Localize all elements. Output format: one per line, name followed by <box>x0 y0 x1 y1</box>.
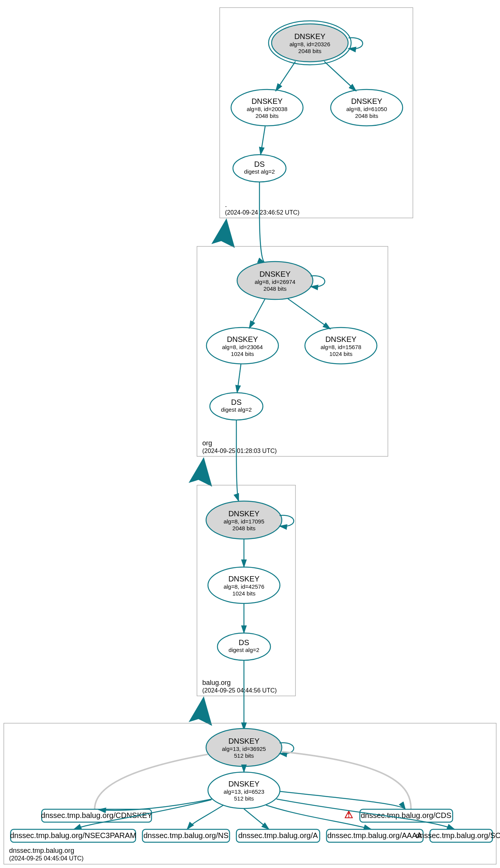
zone-arrow-root-org <box>211 218 235 248</box>
svg-text:DNSKEY: DNSKEY <box>228 780 259 788</box>
svg-text:dnssec.tmp.balug.org/NS: dnssec.tmp.balug.org/NS <box>144 831 229 840</box>
svg-text:DNSKEY: DNSKEY <box>259 270 291 278</box>
svg-text:512 bits: 512 bits <box>234 752 254 759</box>
svg-text:DNSKEY: DNSKEY <box>227 335 258 343</box>
svg-text:DS: DS <box>254 160 265 168</box>
svg-text:alg=13, id=6523: alg=13, id=6523 <box>223 788 264 795</box>
svg-text:DNSKEY: DNSKEY <box>351 97 382 105</box>
svg-text:DS: DS <box>239 638 249 647</box>
svg-text:2048 bits: 2048 bits <box>298 48 322 54</box>
svg-text:2048 bits: 2048 bits <box>256 113 279 119</box>
zone-org-ts: (2024-09-25 01:28:03 UTC) <box>202 448 277 454</box>
zone-arrow-balug-dnssec <box>189 696 212 726</box>
svg-text:digest alg=2: digest alg=2 <box>244 168 275 175</box>
svg-text:alg=8, id=23064: alg=8, id=23064 <box>222 344 263 350</box>
zone-balug-label: balug.org <box>202 679 231 686</box>
svg-text:dnssec.tmp.balug.org/SOA: dnssec.tmp.balug.org/SOA <box>416 831 500 840</box>
svg-text:1024 bits: 1024 bits <box>231 351 254 357</box>
svg-text:DNSKEY: DNSKEY <box>228 575 259 583</box>
svg-text:alg=8, id=20326: alg=8, id=20326 <box>289 41 330 47</box>
zone-org-label: org <box>202 439 212 447</box>
svg-text:2048 bits: 2048 bits <box>233 525 256 531</box>
svg-text:dnssec.tmp.balug.org/A: dnssec.tmp.balug.org/A <box>238 831 318 840</box>
svg-text:2048 bits: 2048 bits <box>355 113 378 119</box>
svg-text:DS: DS <box>231 398 242 406</box>
svg-text:2048 bits: 2048 bits <box>264 285 287 292</box>
svg-text:alg=8, id=15678: alg=8, id=15678 <box>320 344 361 350</box>
svg-text:DNSKEY: DNSKEY <box>228 509 259 518</box>
svg-text:DNSKEY: DNSKEY <box>325 335 356 343</box>
zone-root-label: . <box>225 201 227 208</box>
dnssec-graph: . (2024-09-24 23:46:52 UTC) DNSKEY alg=8… <box>0 0 500 868</box>
zone-dnssec-label: dnssec.tmp.balug.org <box>9 847 74 854</box>
svg-text:alg=8, id=61050: alg=8, id=61050 <box>346 106 387 112</box>
svg-text:dnssec.tmp.balug.org/NSEC3PARA: dnssec.tmp.balug.org/NSEC3PARAM <box>10 831 136 840</box>
svg-text:alg=13, id=36925: alg=13, id=36925 <box>222 746 266 752</box>
zone-dnssec-ts: (2024-09-25 04:45:04 UTC) <box>9 855 84 862</box>
zone-root-ts: (2024-09-24 23:46:52 UTC) <box>225 209 300 216</box>
svg-text:alg=8, id=17095: alg=8, id=17095 <box>223 518 264 525</box>
svg-text:dnssec.tmp.balug.org/CDNSKEY: dnssec.tmp.balug.org/CDNSKEY <box>41 811 152 819</box>
svg-text:512 bits: 512 bits <box>234 795 254 802</box>
svg-text:DNSKEY: DNSKEY <box>252 97 283 105</box>
svg-text:1024 bits: 1024 bits <box>330 351 353 357</box>
svg-text:1024 bits: 1024 bits <box>233 590 256 597</box>
svg-text:DNSKEY: DNSKEY <box>294 32 325 41</box>
svg-text:dnssec.tmp.balug.org/CDS: dnssec.tmp.balug.org/CDS <box>361 811 451 819</box>
svg-text:DNSKEY: DNSKEY <box>228 737 259 745</box>
svg-text:digest alg=2: digest alg=2 <box>228 647 259 653</box>
svg-text:alg=8, id=42576: alg=8, id=42576 <box>223 583 264 590</box>
svg-text:dnssec.tmp.balug.org/AAAA: dnssec.tmp.balug.org/AAAA <box>327 831 422 840</box>
zone-balug-ts: (2024-09-25 04:44:56 UTC) <box>202 687 277 694</box>
zone-arrow-org-balug <box>189 457 212 487</box>
svg-text:alg=8, id=20038: alg=8, id=20038 <box>247 106 288 112</box>
svg-text:alg=8, id=26974: alg=8, id=26974 <box>255 279 295 285</box>
svg-text:digest alg=2: digest alg=2 <box>221 406 252 413</box>
